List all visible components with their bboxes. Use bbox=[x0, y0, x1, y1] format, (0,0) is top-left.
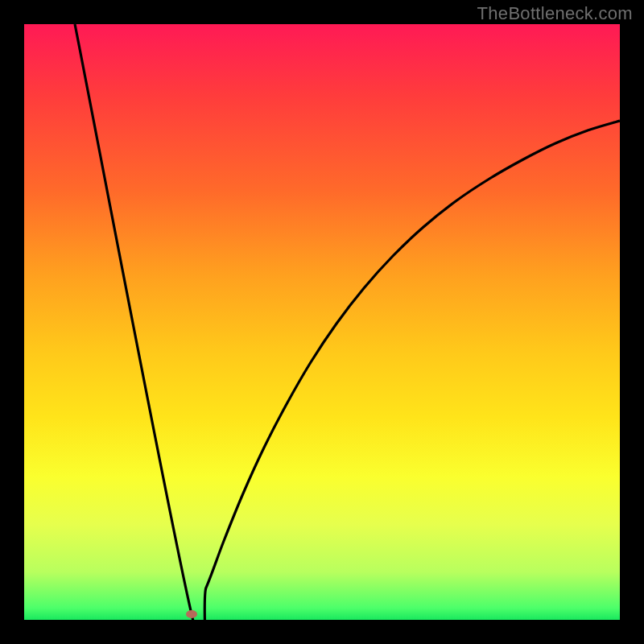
minimum-marker-icon bbox=[186, 610, 197, 618]
bottleneck-curve bbox=[75, 24, 620, 620]
plot-area bbox=[24, 24, 620, 620]
curve-svg bbox=[24, 24, 620, 620]
watermark-label: TheBottleneck.com bbox=[477, 3, 633, 24]
chart-frame: TheBottleneck.com bbox=[0, 0, 644, 644]
